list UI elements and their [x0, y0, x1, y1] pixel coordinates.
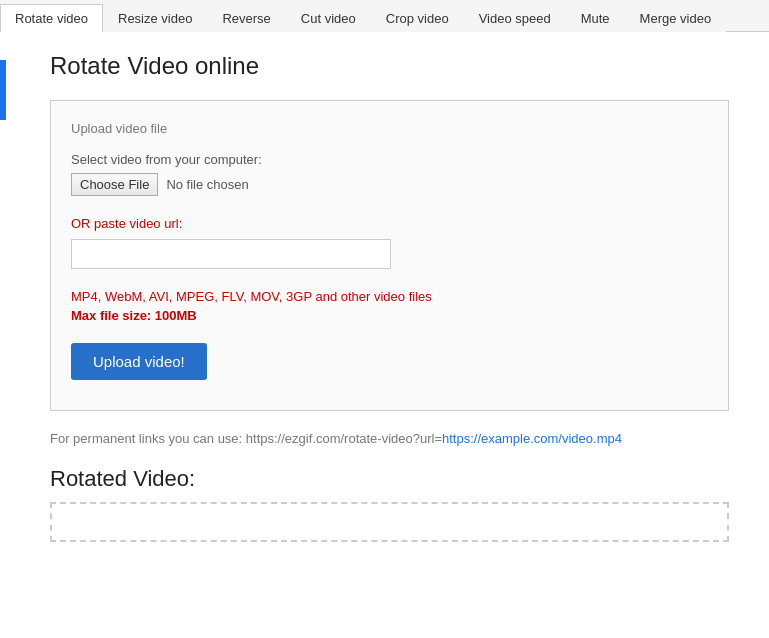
url-input[interactable] — [71, 239, 391, 269]
or-label: OR paste video url: — [71, 216, 708, 231]
formats-text: MP4, WebM, AVI, MPEG, FLV, MOV, 3GP and … — [71, 289, 708, 304]
perm-link-static-text: For permanent links you can use: https:/… — [50, 431, 442, 446]
page-title: Rotate Video online — [50, 52, 729, 80]
upload-legend: Upload video file — [71, 121, 708, 136]
tab-cut-video[interactable]: Cut video — [286, 4, 371, 32]
permanent-link-row: For permanent links you can use: https:/… — [50, 431, 729, 446]
tab-reverse[interactable]: Reverse — [207, 4, 285, 32]
main-content: Rotate Video online Upload video file Se… — [0, 32, 769, 562]
upload-box: Upload video file Select video from your… — [50, 100, 729, 411]
tab-mute[interactable]: Mute — [566, 4, 625, 32]
tab-crop-video[interactable]: Crop video — [371, 4, 464, 32]
left-accent-bar — [0, 60, 6, 120]
tab-rotate-video[interactable]: Rotate video — [0, 4, 103, 32]
rotated-video-box — [50, 502, 729, 542]
maxsize-label: Max file size: — [71, 308, 155, 323]
choose-file-button[interactable]: Choose File — [71, 173, 158, 196]
tab-bar: Rotate video Resize video Reverse Cut vi… — [0, 0, 769, 32]
maxsize-text: Max file size: 100MB — [71, 308, 708, 323]
perm-link-url[interactable]: https://example.com/video.mp4 — [442, 431, 622, 446]
maxsize-value: 100MB — [155, 308, 197, 323]
tab-video-speed[interactable]: Video speed — [464, 4, 566, 32]
tab-resize-video[interactable]: Resize video — [103, 4, 207, 32]
tab-merge-video[interactable]: Merge video — [625, 4, 727, 32]
select-label: Select video from your computer: — [71, 152, 708, 167]
rotated-video-title: Rotated Video: — [50, 466, 729, 492]
upload-button[interactable]: Upload video! — [71, 343, 207, 380]
file-row: Choose File No file chosen — [71, 173, 708, 196]
no-file-text: No file chosen — [166, 177, 248, 192]
